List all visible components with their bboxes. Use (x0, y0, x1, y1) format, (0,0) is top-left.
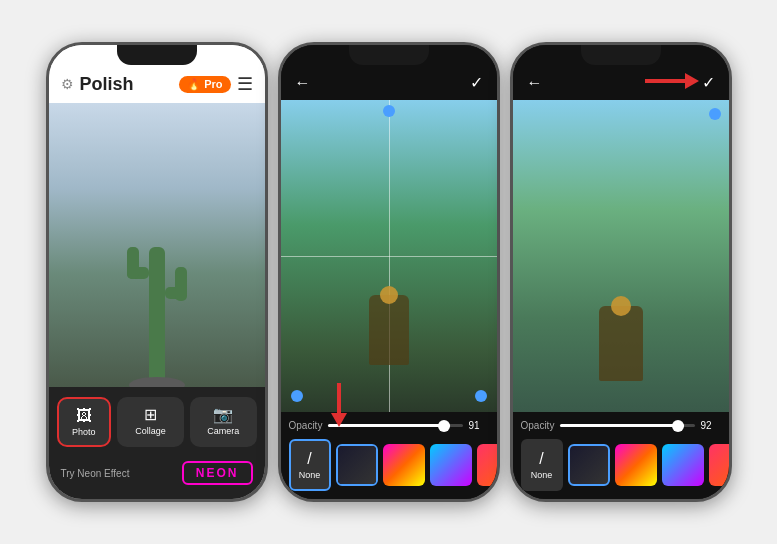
svg-rect-0 (149, 247, 165, 387)
phone-2-content: ← ✓ Opacity (281, 45, 497, 499)
camera-button[interactable]: 📷 Camera (190, 397, 257, 447)
effect-vibrant-2[interactable] (383, 444, 425, 486)
person-silhouette-3 (599, 306, 643, 381)
collage-button[interactable]: ⊞ Collage (117, 397, 184, 447)
svg-rect-2 (127, 247, 139, 279)
effects-bar-2: Opacity 91 / None (281, 412, 497, 499)
back-button-2[interactable]: ← (295, 74, 311, 92)
notch-3 (581, 45, 661, 65)
effects-row-3: / None (521, 439, 721, 491)
effect-dark-3[interactable] (568, 444, 610, 486)
opacity-row-3: Opacity 92 (521, 420, 721, 431)
photo-background-3 (513, 100, 729, 412)
opacity-thumb-2[interactable] (438, 420, 450, 432)
effect-blue-purple-2[interactable] (430, 444, 472, 486)
phone-3: ← ✓ Opacity (510, 42, 732, 502)
pro-badge[interactable]: 🔥 Pro (179, 76, 230, 93)
neon-prompt: Try Neon Effect (61, 468, 130, 479)
phone-2: ← ✓ Opacity (278, 42, 500, 502)
effect-blue-purple-3[interactable] (662, 444, 704, 486)
notch-2 (349, 45, 429, 65)
photo-button[interactable]: 🖼 Photo (57, 397, 112, 447)
opacity-label-2: Opacity (289, 420, 323, 431)
photo-area-3 (513, 100, 729, 412)
collage-label: Collage (123, 426, 178, 436)
app-title: Polish (80, 74, 134, 95)
effect-dark-2[interactable] (336, 444, 378, 486)
arrow-line-3 (645, 79, 685, 83)
photo-background-2 (281, 100, 497, 412)
opacity-value-2: 91 (469, 420, 489, 431)
main-container: ⚙ Polish 🔥 Pro ☰ (36, 32, 742, 512)
arrow-head-2 (331, 413, 347, 427)
neon-bar: Try Neon Effect NEON (57, 457, 257, 489)
opacity-slider-3[interactable] (560, 424, 694, 427)
notch-1 (117, 45, 197, 65)
crop-handle-bottom-right[interactable] (475, 390, 487, 402)
slash-icon-2: / (307, 450, 311, 468)
opacity-fill-3 (560, 424, 683, 427)
red-arrow-down-2 (331, 383, 347, 427)
menu-icon[interactable]: ☰ (237, 73, 253, 95)
slash-icon-3: / (539, 450, 543, 468)
effect-warm-2[interactable] (477, 444, 500, 486)
red-arrow-right-3 (645, 73, 699, 89)
confirm-button-2[interactable]: ✓ (470, 73, 483, 92)
neon-badge[interactable]: NEON (182, 461, 253, 485)
camera-label: Camera (196, 426, 251, 436)
gear-icon[interactable]: ⚙ (61, 76, 74, 92)
opacity-slider-2[interactable] (328, 424, 462, 427)
phone-3-content: ← ✓ Opacity (513, 45, 729, 499)
camera-icon: 📷 (196, 405, 251, 424)
opacity-row-2: Opacity 91 (289, 420, 489, 431)
corner-handle-3[interactable] (709, 108, 721, 120)
crop-handle-top[interactable] (383, 105, 395, 117)
person-silhouette-2 (369, 295, 409, 365)
effects-bar-3: Opacity 92 / None (513, 412, 729, 499)
effect-none-2[interactable]: / None (289, 439, 331, 491)
effect-warm-3[interactable] (709, 444, 732, 486)
photo-btn-wrapper: 🖼 Photo (57, 397, 112, 447)
header-left: ⚙ Polish (61, 74, 134, 95)
phone-1: ⚙ Polish 🔥 Pro ☰ (46, 42, 268, 502)
opacity-fill-2 (328, 424, 450, 427)
bottom-bar-1: 🖼 Photo ⊞ Collage 📷 Camera Try Neon Effe (49, 387, 265, 499)
photo-area-1 (49, 103, 265, 387)
back-button-3[interactable]: ← (527, 74, 543, 92)
opacity-label-3: Opacity (521, 420, 555, 431)
photo-label: Photo (65, 427, 104, 437)
arrow-line-2 (337, 383, 341, 413)
photo-area-2 (281, 100, 497, 412)
arrow-head-3 (685, 73, 699, 89)
phone-1-content: ⚙ Polish 🔥 Pro ☰ (49, 45, 265, 499)
effect-none-3[interactable]: / None (521, 439, 563, 491)
svg-point-5 (129, 377, 185, 387)
svg-rect-4 (175, 267, 187, 301)
confirm-button-3[interactable]: ✓ (702, 73, 715, 92)
action-buttons: 🖼 Photo ⊞ Collage 📷 Camera (57, 397, 257, 447)
effects-row-2: / None (289, 439, 489, 491)
crop-handle-bottom-left[interactable] (291, 390, 303, 402)
cactus-illustration (117, 207, 197, 387)
photo-icon: 🖼 (65, 407, 104, 425)
effect-none-label-2: None (299, 470, 321, 480)
collage-icon: ⊞ (123, 405, 178, 424)
effect-vibrant-3[interactable] (615, 444, 657, 486)
opacity-value-3: 92 (701, 420, 721, 431)
effect-none-label-3: None (531, 470, 553, 480)
opacity-thumb-3[interactable] (672, 420, 684, 432)
